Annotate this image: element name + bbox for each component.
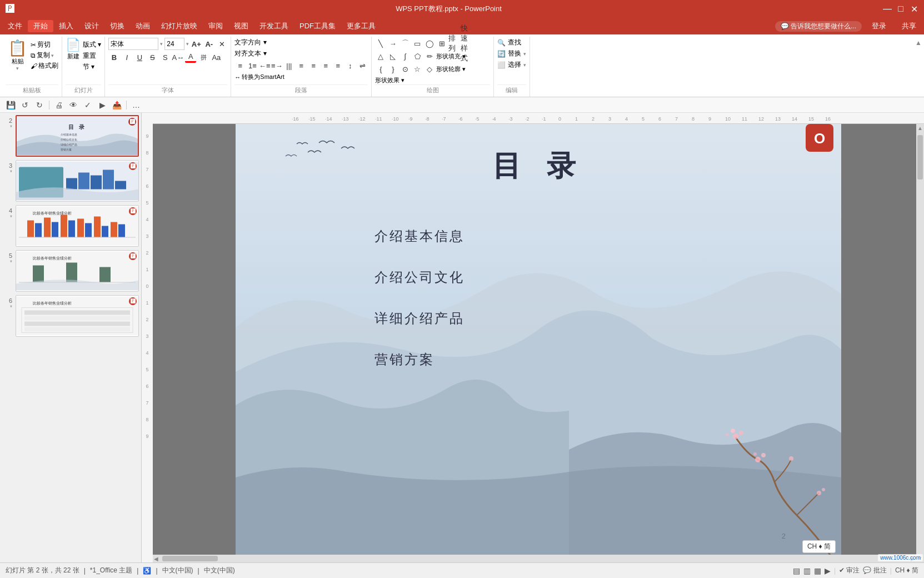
qa-export[interactable]: 📤	[111, 99, 123, 111]
slide-thumb-4[interactable]: 4 * 比较各年销售业绩分析	[2, 205, 139, 247]
menu-more[interactable]: 更多工具	[341, 20, 381, 32]
paste-button[interactable]: 📋 粘贴 ▾	[6, 38, 29, 72]
reset-button[interactable]: 重置	[83, 51, 101, 61]
bullets-button[interactable]: ≡	[234, 60, 246, 71]
shape-fill-button[interactable]: 形状填充 ▾	[436, 52, 466, 61]
select-button[interactable]: ⬜选择 ▾	[497, 60, 526, 69]
qa-show[interactable]: ▶	[96, 99, 108, 111]
convert-smartart-button[interactable]: ↔转换为SmartArt	[234, 73, 368, 81]
copy-button[interactable]: ⧉复制 ▾	[31, 51, 58, 60]
slide-thumb-6[interactable]: 6 * 比较各年销售业绩分析 🅿	[2, 295, 139, 337]
find-button[interactable]: 🔍查找	[497, 38, 521, 47]
maximize-button[interactable]: □	[896, 4, 905, 13]
shape-arrow-button[interactable]: →	[387, 38, 398, 49]
text-dir-button[interactable]: ⇌	[357, 60, 368, 71]
menu-view[interactable]: 视图	[228, 20, 254, 32]
scroll-h-left[interactable]: ◀	[153, 555, 159, 562]
slide-canvas[interactable]: 目 录 介绍基本信息 介绍公司文化 详细介绍产品 营销方案 O	[236, 124, 841, 562]
menu-design[interactable]: 设计	[79, 20, 104, 32]
cut-button[interactable]: ✂剪切	[31, 40, 58, 49]
shape-more-button[interactable]: ⊞	[436, 38, 447, 49]
view-reading-btn[interactable]: ▦	[814, 566, 821, 575]
replace-button[interactable]: 🔄替换 ▾	[497, 49, 526, 58]
indent-dec-button[interactable]: ←≡	[259, 60, 270, 71]
align-center-button[interactable]: ≡	[308, 60, 319, 71]
shape-effect-button[interactable]: 形状效果 ▾	[375, 76, 404, 84]
shape-circle-button[interactable]: ◯	[424, 38, 435, 49]
strikethrough-button[interactable]: S	[147, 52, 158, 63]
shadow-button[interactable]: S	[159, 52, 171, 63]
font-shrink-button[interactable]: A-	[203, 38, 214, 49]
close-button[interactable]: ✕	[910, 4, 918, 13]
menu-file[interactable]: 文件	[2, 20, 28, 32]
section-button[interactable]: 节 ▾	[83, 62, 101, 72]
font-name-input[interactable]	[108, 38, 158, 50]
shape-curve-button[interactable]: ∫	[399, 51, 411, 62]
qa-undo[interactable]: ↺	[19, 99, 31, 111]
numbered-button[interactable]: 1≡	[247, 60, 258, 71]
scroll-h-track[interactable]	[159, 555, 910, 562]
text-direction-button[interactable]: 文字方向 ▾	[234, 38, 266, 47]
slide-img-2[interactable]: 目 录 介绍基本信息 介绍公司文化 详细介绍产品 营销方案 🅿	[16, 115, 139, 157]
qa-redo[interactable]: ↻	[33, 99, 46, 111]
qa-preview[interactable]: 👁	[67, 99, 79, 111]
case-button[interactable]: Aa	[211, 52, 222, 63]
view-normal-btn[interactable]: ▤	[793, 566, 800, 575]
shape-freeform-button[interactable]: ✏	[424, 51, 435, 62]
menu-review[interactable]: 审阅	[203, 20, 228, 32]
shape-rtriangle-button[interactable]: ◺	[387, 51, 398, 62]
scroll-v-bar[interactable]: ▲ ▼	[916, 124, 924, 562]
line-spacing-button[interactable]: ↕	[344, 60, 356, 71]
accessibility-icon[interactable]: ♿	[143, 567, 151, 575]
align-right-button[interactable]: ≡	[320, 60, 331, 71]
shape-star-button[interactable]: ☆	[412, 63, 423, 74]
quick-styles-button[interactable]: 快速样式	[461, 38, 472, 49]
scroll-h-bar[interactable]: ◀ ▶	[153, 555, 916, 562]
menu-insert[interactable]: 插入	[53, 20, 79, 32]
char-spacing-button[interactable]: A↔	[172, 52, 183, 63]
proofing-btn[interactable]: ✔ 审注	[839, 566, 860, 575]
pinyin-button[interactable]: 拼	[198, 52, 209, 63]
ribbon-collapse-button[interactable]: ▲	[915, 39, 922, 47]
slide-thumb-3[interactable]: 3 * 🅿	[2, 160, 139, 202]
slide-img-3[interactable]: 🅿	[16, 160, 139, 202]
layout-button[interactable]: 版式 ▾	[83, 40, 101, 49]
slide-img-6[interactable]: 比较各年销售业绩分析 🅿	[16, 295, 139, 337]
qa-more[interactable]: …	[130, 99, 142, 111]
format-painter-button[interactable]: 🖌格式刷	[31, 61, 58, 71]
cols-button[interactable]: |||	[283, 60, 294, 71]
qa-print[interactable]: 🖨	[53, 99, 65, 111]
comments-btn[interactable]: 💬 批注	[863, 566, 886, 575]
bold-button[interactable]: B	[108, 52, 119, 63]
view-slideshow-btn[interactable]: ▶	[825, 566, 831, 575]
login-button[interactable]: 登录	[866, 20, 892, 32]
shape-line-button[interactable]: ╲	[375, 38, 386, 49]
shape-diamond-button[interactable]: ◇	[424, 63, 435, 74]
align-text-button[interactable]: 对齐文本 ▾	[234, 49, 266, 58]
scroll-v-track[interactable]	[916, 132, 924, 554]
font-size-input[interactable]	[164, 38, 184, 50]
zoom-level[interactable]: CH ♦ 简	[895, 566, 918, 575]
shape-poly-button[interactable]: ⬠	[412, 51, 423, 62]
slide-img-5[interactable]: 比较各年销售业绩分析 🅿	[16, 250, 139, 292]
shape-outline-button[interactable]: 形状轮廓 ▾	[436, 65, 466, 73]
scroll-h-thumb[interactable]	[162, 556, 218, 561]
view-outline-btn[interactable]: ▥	[803, 566, 811, 575]
shape-lbrace-button[interactable]: {	[375, 63, 386, 74]
arrange-button[interactable]: 排列	[448, 38, 459, 49]
menu-home[interactable]: 开始	[28, 20, 53, 32]
italic-button[interactable]: I	[121, 52, 132, 63]
menu-transitions[interactable]: 切换	[104, 20, 130, 32]
slide-img-4[interactable]: 比较各年销售业绩分析 🅿	[16, 205, 139, 247]
shape-connector-button[interactable]: ⌒	[399, 38, 411, 49]
new-slide-button[interactable]: 📄 新建	[66, 38, 81, 61]
shape-rect-button[interactable]: ▭	[412, 38, 423, 49]
underline-button[interactable]: U	[134, 52, 145, 63]
indent-inc-button[interactable]: ≡→	[271, 60, 282, 71]
font-color-button[interactable]: A	[185, 52, 196, 63]
shape-rbrace-button[interactable]: }	[387, 63, 398, 74]
help-search[interactable]: 💬 告诉我您想要做什么...	[775, 21, 862, 32]
slide-thumb-5[interactable]: 5 * 比较各年销售业绩分析 🅿	[2, 250, 139, 292]
menu-slideshow[interactable]: 幻灯片放映	[156, 20, 203, 32]
qa-save[interactable]: 💾	[4, 99, 17, 111]
